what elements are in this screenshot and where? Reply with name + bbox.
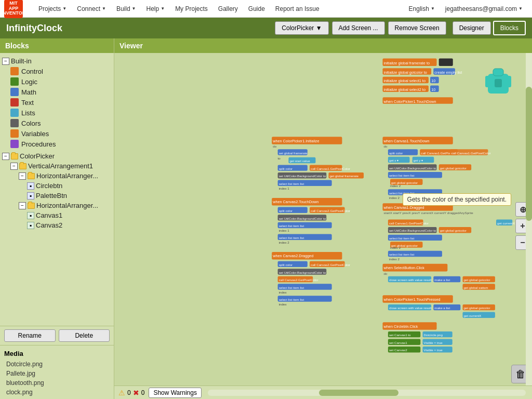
- media-header[interactable]: Media: [4, 348, 110, 360]
- block-logic-row[interactable]: Logic: [0, 76, 114, 87]
- nav-build[interactable]: Build▼: [111, 0, 141, 18]
- palettebtn-row[interactable]: ▪ PaletteBtn: [0, 191, 114, 201]
- canvas2-icon: ▪: [27, 222, 34, 229]
- nav-language[interactable]: English▼: [404, 0, 440, 18]
- svg-rect-146: [493, 69, 503, 76]
- variables-color-icon: [10, 129, 19, 138]
- svg-text:Dotcircle.png: Dotcircle.png: [424, 333, 443, 337]
- canvas2-row[interactable]: ▪ Canvas2: [0, 220, 114, 230]
- svg-text:do: do: [384, 144, 388, 148]
- svg-text:when Canvas2.TouchDown: when Canvas2.TouchDown: [272, 200, 318, 204]
- svg-text:do: do: [384, 272, 388, 275]
- blocks-tree[interactable]: − Built-in Control Logic Math Text: [0, 53, 114, 326]
- status-bar: ⚠ 0 ✖ 0 Show Warnings: [114, 385, 532, 399]
- ha2-expand-icon[interactable]: −: [19, 202, 26, 209]
- procedures-label: Procedures: [21, 140, 56, 148]
- block-text-row[interactable]: Text: [0, 97, 114, 108]
- svg-text:get global satism: get global satism: [464, 286, 488, 289]
- block-variables-row[interactable]: Variables: [0, 128, 114, 139]
- svg-text:get global framerate: get global framerate: [329, 174, 358, 178]
- blocks-btn[interactable]: Blocks: [493, 21, 526, 35]
- svg-text:set UtilColor.BackgroundColor : set UtilColor.BackgroundColor to: [389, 166, 436, 170]
- colorpicker-label: ColorPicker: [20, 152, 55, 160]
- media-section: Media Dotcircle.png Pallete.jpg bluetoot…: [0, 345, 114, 399]
- palettebtn-label: PaletteBtn: [36, 192, 67, 200]
- block-math-row[interactable]: Math: [0, 87, 114, 97]
- nav-report-issue[interactable]: Report an Issue: [270, 0, 325, 18]
- svg-text:set Canvas1 to: set Canvas1 to: [389, 333, 411, 337]
- show-warnings-btn[interactable]: Show Warnings: [149, 388, 202, 398]
- vertical-arrangement-row[interactable]: − VerticalArrangement1: [0, 161, 114, 171]
- nav-user[interactable]: jegatheesans@gmail.com▼: [440, 0, 528, 18]
- block-control-row[interactable]: Control: [0, 66, 114, 76]
- svg-text:call Canvas2.GetPixelColor: call Canvas2.GetPixelColor: [279, 278, 318, 282]
- nav-projects[interactable]: Projects▼: [33, 0, 72, 18]
- svg-text:do: do: [273, 144, 276, 148]
- canvas1-row[interactable]: ▪ Canvas1: [0, 210, 114, 220]
- svg-text:call Canvas1.GetPixelColor: call Canvas1.GetPixelColor: [389, 221, 429, 225]
- svg-text:call Canvas2.GetPixelColor: call Canvas2.GetPixelColor: [311, 263, 350, 267]
- text-color-icon: [10, 98, 19, 107]
- block-procedures-row[interactable]: Procedures: [0, 139, 114, 149]
- svg-text:select list item list: select list item list: [279, 298, 304, 301]
- ha1-row[interactable]: − HorizontalArranger...: [0, 171, 114, 181]
- vertical-scrollbar[interactable]: [526, 53, 532, 389]
- nav-connect[interactable]: Connect▼: [72, 0, 111, 18]
- svg-text:initialize global gotcolor to: initialize global gotcolor to: [384, 70, 427, 75]
- svg-rect-2: [439, 58, 453, 66]
- control-label: Control: [21, 68, 43, 75]
- colorpicker-folder-icon: [11, 153, 18, 159]
- builtin-expand-icon[interactable]: −: [2, 58, 9, 65]
- svg-text:when ColorPicker1.Initialize: when ColorPicker1.Initialize: [272, 139, 319, 143]
- va-expand-icon[interactable]: −: [10, 163, 18, 170]
- warning-indicator: ⚠ 0 ✖ 0: [118, 389, 144, 397]
- delete-btn[interactable]: Delete: [59, 329, 110, 342]
- ha2-row[interactable]: − HorizontalArranger...: [0, 201, 114, 210]
- horizontal-scrollbar[interactable]: [208, 390, 526, 396]
- rename-btn[interactable]: Rename: [4, 329, 56, 342]
- circlebtn-row[interactable]: ▪ Circlebtn: [0, 181, 114, 191]
- svg-text:select list item list: select list item list: [389, 252, 415, 256]
- warning-count: 0: [127, 389, 131, 396]
- svg-text:10: 10: [431, 87, 435, 92]
- viewer-canvas[interactable]: initialize global framerate to initializ…: [114, 53, 532, 399]
- hscroll-thumb[interactable]: [319, 390, 398, 396]
- ha1-label: HorizontalArranger...: [36, 172, 98, 180]
- variables-label: Variables: [21, 130, 49, 138]
- colorpicker-row[interactable]: − ColorPicker: [0, 151, 114, 161]
- svg-text:set UtilColor.BackgroundColor : set UtilColor.BackgroundColor to: [279, 271, 326, 274]
- app-name: InfinityClock: [6, 23, 272, 34]
- svg-text:select list item list: select list item list: [279, 286, 304, 289]
- blocks-header: Blocks: [0, 38, 114, 53]
- screen-dropdown-btn[interactable]: ColorPicker ▼: [275, 21, 328, 35]
- backpack-icon[interactable]: [480, 63, 516, 100]
- logic-color-icon: [10, 77, 19, 86]
- media-item-4[interactable]: clock.png: [4, 388, 110, 397]
- svg-text:index: index: [279, 290, 287, 294]
- svg-text:index 2: index 2: [390, 246, 401, 249]
- svg-text:when Circlebtn.Click: when Circlebtn.Click: [383, 324, 418, 329]
- logo-area: MIT APP INVENTOR: [4, 0, 25, 18]
- designer-btn[interactable]: Designer: [453, 21, 491, 35]
- block-lists-row[interactable]: Lists: [0, 108, 114, 118]
- nav-guide[interactable]: Guide: [243, 0, 270, 18]
- nav-help[interactable]: Help▼: [141, 0, 170, 18]
- svg-text:Visible = true: Visible = true: [424, 348, 443, 352]
- math-label: Math: [21, 88, 36, 96]
- ha1-expand-icon[interactable]: −: [19, 172, 26, 180]
- svg-rect-147: [495, 79, 502, 87]
- svg-text:index 1: index 1: [279, 187, 290, 190]
- nav-gallery[interactable]: Gallery: [213, 0, 243, 18]
- colorpicker-expand-icon[interactable]: −: [2, 153, 9, 160]
- media-item-3[interactable]: bluetooth.png: [4, 378, 110, 388]
- media-item-1[interactable]: Dotcircle.png: [4, 360, 110, 369]
- add-screen-btn[interactable]: Add Screen ...: [332, 21, 385, 35]
- builtin-row[interactable]: − Built-in: [0, 56, 114, 66]
- svg-text:make a list: make a list: [434, 306, 450, 310]
- media-item-2[interactable]: Pallete.jpg: [4, 369, 110, 378]
- nav-my-projects[interactable]: My Projects: [170, 0, 213, 18]
- vscroll-thumb[interactable]: [526, 87, 532, 221]
- remove-screen-btn[interactable]: Remove Screen: [388, 21, 446, 35]
- block-colors-row[interactable]: Colors: [0, 118, 114, 128]
- svg-text:index 1: index 1: [279, 229, 290, 232]
